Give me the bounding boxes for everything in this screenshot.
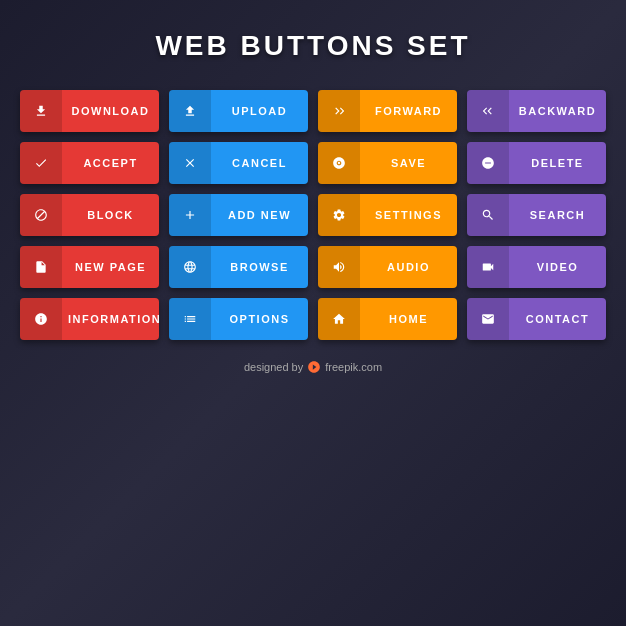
cancel-label: CANCEL: [211, 157, 308, 169]
save-icon: [318, 142, 360, 184]
accept-label: ACCEPT: [62, 157, 159, 169]
audio-button[interactable]: AUDIO: [318, 246, 457, 288]
mail-icon: [467, 298, 509, 340]
contact-label: CONTACT: [509, 313, 606, 325]
upload-label: UPLOAD: [211, 105, 308, 117]
backward-button[interactable]: BACKWARD: [467, 90, 606, 132]
delete-label: DELETE: [509, 157, 606, 169]
home-button[interactable]: HOME: [318, 298, 457, 340]
new-page-button[interactable]: NEW PAGE: [20, 246, 159, 288]
footer: designed by freepik.com: [244, 360, 382, 374]
buttons-grid: DOWNLOAD UPLOAD FORWARD BACKWARD ACCEPT …: [20, 90, 606, 340]
footer-text: designed by: [244, 361, 303, 373]
new-page-label: NEW PAGE: [62, 261, 159, 273]
contact-button[interactable]: CONTACT: [467, 298, 606, 340]
settings-button[interactable]: SETTINGS: [318, 194, 457, 236]
video-icon: [467, 246, 509, 288]
footer-brand: freepik.com: [325, 361, 382, 373]
globe-icon: [169, 246, 211, 288]
check-icon: [20, 142, 62, 184]
backward-label: BACKWARD: [509, 105, 606, 117]
page-icon: [20, 246, 62, 288]
home-label: HOME: [360, 313, 457, 325]
forward-button[interactable]: FORWARD: [318, 90, 457, 132]
options-label: OPTIONS: [211, 313, 308, 325]
upload-icon: [169, 90, 211, 132]
information-label: INFORMATION: [62, 313, 159, 325]
block-icon: [20, 194, 62, 236]
search-button[interactable]: SEARCH: [467, 194, 606, 236]
video-button[interactable]: VIDEO: [467, 246, 606, 288]
block-button[interactable]: BLOCK: [20, 194, 159, 236]
info-icon: [20, 298, 62, 340]
information-button[interactable]: INFORMATION: [20, 298, 159, 340]
list-icon: [169, 298, 211, 340]
forward-icon: [318, 90, 360, 132]
audio-icon: [318, 246, 360, 288]
backward-icon: [467, 90, 509, 132]
search-icon: [467, 194, 509, 236]
forward-label: FORWARD: [360, 105, 457, 117]
browse-button[interactable]: BROWSE: [169, 246, 308, 288]
download-button[interactable]: DOWNLOAD: [20, 90, 159, 132]
upload-button[interactable]: UPLOAD: [169, 90, 308, 132]
plus-icon: [169, 194, 211, 236]
cancel-button[interactable]: CANCEL: [169, 142, 308, 184]
close-icon: [169, 142, 211, 184]
block-label: BLOCK: [62, 209, 159, 221]
audio-label: AUDIO: [360, 261, 457, 273]
search-label: SEARCH: [509, 209, 606, 221]
download-label: DOWNLOAD: [62, 105, 159, 117]
page-title: WEB BUTTONS SET: [155, 30, 470, 62]
accept-button[interactable]: ACCEPT: [20, 142, 159, 184]
browse-label: BROWSE: [211, 261, 308, 273]
download-icon: [20, 90, 62, 132]
options-button[interactable]: OPTIONS: [169, 298, 308, 340]
add-new-button[interactable]: ADD NEW: [169, 194, 308, 236]
save-button[interactable]: SAVE: [318, 142, 457, 184]
add-new-label: ADD NEW: [211, 209, 308, 221]
delete-button[interactable]: DELETE: [467, 142, 606, 184]
save-label: SAVE: [360, 157, 457, 169]
settings-label: SETTINGS: [360, 209, 457, 221]
settings-icon: [318, 194, 360, 236]
video-label: VIDEO: [509, 261, 606, 273]
delete-icon: [467, 142, 509, 184]
home-icon: [318, 298, 360, 340]
